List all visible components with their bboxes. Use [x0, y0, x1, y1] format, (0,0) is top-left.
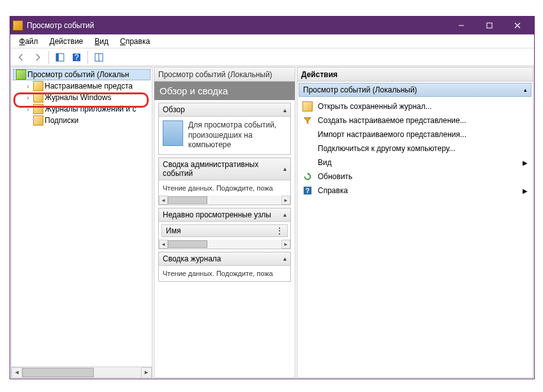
- tree-view[interactable]: Просмотр событий (Локальн › Настраиваемы…: [11, 68, 152, 367]
- tree-item-label: Подписки: [45, 116, 78, 125]
- chevron-up-icon[interactable]: ▴: [283, 255, 286, 262]
- tree-item-subscriptions[interactable]: Подписки: [13, 115, 151, 126]
- tree-item-label: Журналы приложений и с: [45, 105, 136, 113]
- section-header[interactable]: Сводка журнала ▴: [159, 252, 290, 266]
- folder-icon: [33, 104, 43, 114]
- section-label: Недавно просмотренные узлы: [163, 210, 271, 219]
- summary-text: Чтение данных. Подождите, пожа: [159, 266, 290, 281]
- action-connect-computer[interactable]: Подключиться к другому компьютеру...: [300, 142, 530, 156]
- action-refresh[interactable]: Обновить: [300, 170, 530, 184]
- folder-icon: [33, 115, 43, 126]
- minimize-button[interactable]: [447, 17, 475, 34]
- expand-icon[interactable]: ›: [24, 106, 32, 113]
- collapse-icon[interactable]: ▴: [524, 87, 527, 93]
- tree-panel: Просмотр событий (Локальн › Настраиваемы…: [11, 67, 152, 378]
- scroll-right-icon[interactable]: ►: [281, 196, 290, 205]
- actions-sub-label: Просмотр событий (Локальный): [303, 85, 417, 94]
- section-header[interactable]: Обзор ▴: [159, 103, 290, 117]
- svg-text:?: ?: [306, 187, 309, 194]
- menu-view[interactable]: Вид: [89, 36, 114, 47]
- admin-text: Чтение данных. Подождите, пожа: [159, 180, 290, 196]
- svg-rect-1: [487, 23, 492, 28]
- folder-icon: [33, 92, 43, 103]
- tree-root-label: Просмотр событий (Локальн: [27, 70, 129, 79]
- toolbar: ?: [10, 48, 534, 66]
- separator: [48, 51, 49, 64]
- section-overview: Обзор ▴ Для просмотра событий, произошед…: [158, 103, 291, 155]
- folder-icon: [33, 81, 43, 91]
- section-header[interactable]: Сводка административных событий ▴: [159, 158, 290, 180]
- scroll-left-icon[interactable]: ◄: [11, 367, 22, 378]
- tree-item-label: Настраиваемые предста: [45, 82, 133, 91]
- filter-icon: [302, 115, 313, 126]
- chevron-up-icon[interactable]: ▴: [283, 211, 286, 218]
- action-help[interactable]: ? Справка ▶: [300, 184, 530, 198]
- section-label: Сводка журнала: [163, 254, 221, 263]
- help-button[interactable]: ?: [70, 50, 84, 64]
- submenu-arrow-icon: ▶: [523, 159, 528, 166]
- action-import-custom-view[interactable]: Импорт настраиваемого представления...: [300, 127, 530, 142]
- svg-rect-5: [56, 54, 59, 61]
- mini-hscroll[interactable]: ◄ ►: [159, 196, 290, 205]
- overview-icon: [163, 120, 183, 146]
- detail-panel: Просмотр событий (Локальный) Обзор и сво…: [154, 67, 295, 378]
- refresh-icon: [302, 171, 313, 182]
- action-open-saved-log[interactable]: Открыть сохраненный журнал...: [300, 99, 530, 113]
- column-name[interactable]: Имя: [166, 226, 181, 235]
- tree-item-label: Журналы Windows: [45, 93, 111, 102]
- window-title: Просмотр событий: [27, 21, 447, 30]
- separator: [87, 51, 88, 64]
- tree-item-windows-logs[interactable]: › Журналы Windows: [13, 92, 151, 103]
- actions-subheader[interactable]: Просмотр событий (Локальный) ▴: [299, 83, 532, 97]
- section-label: Обзор: [163, 105, 185, 114]
- submenu-arrow-icon: ▶: [523, 187, 528, 194]
- action-create-custom-view[interactable]: Создать настраиваемое представление...: [300, 113, 530, 127]
- action-view[interactable]: Вид ▶: [300, 156, 530, 170]
- scroll-left-icon[interactable]: ◄: [159, 196, 168, 205]
- titlebar[interactable]: Просмотр событий: [10, 17, 534, 34]
- tree-item-custom-views[interactable]: › Настраиваемые предста: [13, 80, 151, 92]
- action-label: Подключиться к другому компьютеру...: [318, 144, 456, 153]
- scroll-right-icon[interactable]: ►: [141, 367, 152, 378]
- app-window: Просмотр событий Файл Действие Вид Справ…: [10, 16, 535, 379]
- forward-button[interactable]: [31, 50, 45, 64]
- section-log-summary: Сводка журнала ▴ Чтение данных. Подождит…: [158, 252, 291, 282]
- scroll-left-icon[interactable]: ◄: [159, 240, 168, 249]
- tree-item-app-logs[interactable]: › Журналы приложений и с: [13, 103, 151, 115]
- action-label: Справка: [318, 186, 348, 195]
- scroll-right-icon[interactable]: ►: [281, 240, 290, 249]
- blank-icon: [302, 143, 313, 154]
- panes-button[interactable]: [92, 50, 106, 64]
- app-icon: [13, 20, 23, 31]
- chevron-up-icon[interactable]: ▴: [283, 106, 286, 113]
- section-admin-summary: Сводка административных событий ▴ Чтение…: [158, 157, 291, 205]
- help-icon: ?: [302, 185, 313, 196]
- detail-title: Обзор и сводка: [154, 82, 295, 100]
- chevron-up-icon[interactable]: ▴: [283, 165, 286, 172]
- action-label: Вид: [318, 158, 332, 167]
- action-label: Обновить: [318, 172, 352, 181]
- section-header[interactable]: Недавно просмотренные узлы ▴: [159, 208, 290, 222]
- mini-hscroll[interactable]: ◄ ►: [159, 240, 290, 249]
- column-resize[interactable]: ⋮: [276, 226, 283, 235]
- close-button[interactable]: [503, 17, 532, 34]
- show-tree-button[interactable]: [53, 50, 67, 64]
- main-body: Просмотр событий (Локальн › Настраиваемы…: [10, 66, 534, 379]
- tree-hscroll[interactable]: ◄ ►: [11, 367, 152, 377]
- section-recent: Недавно просмотренные узлы ▴ Имя ⋮ ◄ ►: [158, 208, 291, 249]
- expand-icon[interactable]: ›: [24, 83, 32, 90]
- back-button[interactable]: [14, 50, 28, 64]
- menu-help[interactable]: Справка: [115, 36, 155, 47]
- tree-root[interactable]: Просмотр событий (Локальн: [13, 69, 151, 80]
- event-viewer-icon: [16, 69, 26, 80]
- folder-open-icon: [302, 101, 313, 112]
- actions-panel: Действия Просмотр событий (Локальный) ▴ …: [297, 67, 533, 378]
- menu-file[interactable]: Файл: [14, 36, 43, 47]
- overview-text: Для просмотра событий, произошедших на к…: [188, 120, 286, 150]
- maximize-button[interactable]: [475, 17, 503, 34]
- blank-icon: [302, 157, 313, 168]
- expand-icon[interactable]: ›: [24, 94, 32, 101]
- section-label: Сводка административных событий: [163, 160, 283, 178]
- action-label: Создать настраиваемое представление...: [318, 116, 466, 125]
- menu-action[interactable]: Действие: [45, 36, 89, 47]
